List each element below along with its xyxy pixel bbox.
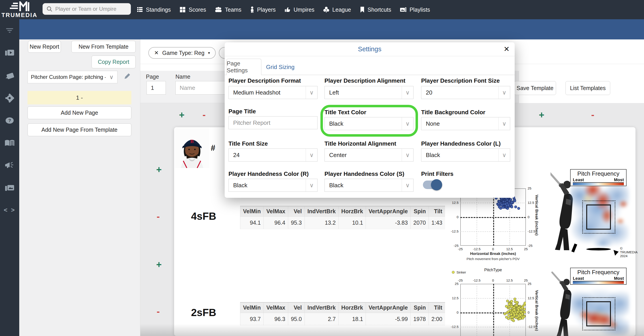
heatmap-gradient-bar [573,281,624,284]
video-playlist-icon[interactable] [0,46,19,60]
table-cell: 96.3 [264,313,288,325]
svg-text:?: ? [8,118,11,123]
home-plate [586,248,611,250]
brand-wordmark: TRUMEDIA [1,12,38,19]
field-label: Player Handedness Color (L) [421,140,500,147]
table-cell: 10.1 [338,216,366,229]
chevron-down-icon: ∨ [498,117,510,130]
nav-item-shortcuts[interactable]: Shortcuts [360,6,391,13]
nav-items: Standings Scores Teams [136,0,430,19]
strike-zone-box [586,204,611,230]
field-label: Page Title [228,108,256,115]
table-header-cell: VelMin [240,302,264,313]
chevron-down-icon: ∨ [402,149,413,161]
table-cell: 95.3 [288,216,304,229]
nav-item-umpires[interactable]: Umpires [284,6,314,13]
title-background-color-select[interactable]: None ∨ [421,117,510,130]
megaphone-icon[interactable] [0,159,19,172]
code-icon[interactable]: < > [0,203,19,217]
filter-chip-game-type[interactable]: ✕ Game Type: Reg ▾ [148,47,216,59]
pitch-frequency-heatmap-2sfb: Pitch Frequency Least Most [550,268,629,336]
watermark-triangle [614,249,620,255]
remove-column-button[interactable]: - [202,110,206,120]
nav-item-players[interactable]: Players [250,6,276,13]
add-column-button[interactable]: + [539,110,544,120]
new-report-button[interactable]: New Report [28,41,61,53]
playbook-icon[interactable] [0,136,19,150]
table-cell: 18.1 [338,313,366,325]
title-font-size-select[interactable]: 24 ∨ [228,149,318,162]
nav-item-standings[interactable]: Standings [136,6,171,13]
tab-grid-sizing[interactable]: Grid Sizing [266,64,294,71]
nav-item-league[interactable]: League [323,6,351,13]
print-filters-toggle[interactable] [423,181,437,189]
title-text-color-select[interactable]: Black ∨ [324,117,414,130]
add-row-button[interactable]: + [156,165,162,174]
save-template-button[interactable]: Save Template [514,81,556,95]
chevron-down-icon: ∨ [498,149,510,161]
pitch-stats-table-2sfb: VelMinVelMaxVelIndVertBrkHorzBrkVertAppr… [240,302,445,325]
player-handedness-color-r-select[interactable]: Black ∨ [228,179,318,192]
field-label: Player Description Format [228,77,301,84]
nav-item-scores[interactable]: Scores [179,6,206,13]
toggle-knob [431,179,442,190]
heatmap-most-label: Most [614,177,624,182]
bookmark-icon [360,6,365,13]
close-icon[interactable]: ✕ [502,44,512,54]
player-handedness-color-l-select[interactable]: Black ∨ [421,149,510,162]
field-label: Player Description Alignment [324,77,406,84]
add-column-button[interactable]: + [179,110,184,120]
table-header-cell: Vel [288,206,304,216]
name-column-label: Name [176,74,190,80]
remove-column-button[interactable]: - [591,110,594,120]
trumedia-logo-icon[interactable] [10,1,37,12]
title-horizontal-alignment-select[interactable]: Center ∨ [324,149,414,162]
nav-item-teams[interactable]: Teams [214,6,242,13]
table-cell: 93.7 [240,313,264,325]
global-search-input[interactable]: Player or Team or Umpire [42,3,131,15]
new-from-template-button[interactable]: New From Template [72,41,136,53]
page-list-item-1[interactable]: 1 - [28,91,131,104]
image-stack-icon[interactable] [0,181,19,194]
pitch-stats-table: VelMinVelMaxVelIndVertBrkHorzBrkVertAppr… [240,206,445,229]
field-label: Title Horizontal Alignment [324,140,396,147]
svg-text:B: B [190,138,194,144]
player-description-alignment-select[interactable]: Left ∨ [324,86,414,99]
add-new-page-from-template-button[interactable]: Add New Page From Template [28,123,131,136]
whiteboard-icon[interactable] [0,69,19,82]
table-header-cell: VelMin [240,206,264,216]
report-page-select[interactable]: Pitcher Custom Page: pitching -... ∨ [28,71,118,83]
left-icon-sidebar: ? < > [0,19,19,336]
remove-row-button[interactable]: - [157,307,160,316]
field-label: Print Filters [421,170,453,177]
table-header-cell: Vel [288,302,304,313]
add-row-button[interactable]: + [156,260,162,269]
table-header-cell: VelMax [264,206,288,216]
chevron-down-icon: ∨ [402,179,413,192]
filter-icon[interactable] [0,24,19,37]
help-icon[interactable]: ? [0,114,19,127]
tab-page-settings[interactable]: Page Settings [226,59,261,75]
add-new-page-button[interactable]: Add New Page [28,106,131,119]
page-title-input[interactable]: Pitcher Report [228,116,318,129]
settings-modal: Settings ✕ Page Settings Grid Sizing Pla… [225,42,515,198]
remove-row-button[interactable]: - [157,212,160,221]
field-label: Player Description Font Size [421,77,500,84]
copy-report-button[interactable]: Copy Report [92,56,136,68]
chip-remove-icon[interactable]: ✕ [154,50,159,56]
table-header-cell: IndVertBrk [304,302,338,313]
list-templates-button[interactable]: List Templates [566,81,610,95]
table-cell: 94.1 [240,216,264,229]
heatmap-least-label: Least [573,177,584,182]
player-description-format-select[interactable]: Medium Headshot ∨ [228,86,318,99]
edit-pencil-icon[interactable] [122,72,131,81]
nav-item-playlists[interactable]: Playlists [400,6,430,13]
teams-icon [214,6,222,13]
search-placeholder: Player or Team or Umpire [55,6,116,12]
page-number-input[interactable]: 1 [146,81,166,95]
player-description-font-size-select[interactable]: 20 ∨ [421,86,510,99]
gear-icon[interactable] [0,91,19,105]
table-cell: -3.83 [366,216,410,229]
player-handedness-color-s-select[interactable]: Black ∨ [324,179,414,192]
table-cell: 1978 [410,313,429,325]
